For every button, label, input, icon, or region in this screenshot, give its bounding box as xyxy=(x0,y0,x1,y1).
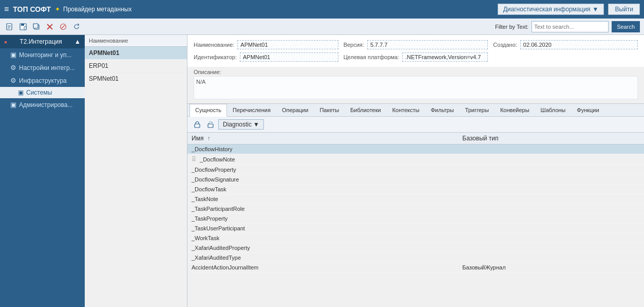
cell-name: _DocflowProperty xyxy=(187,165,458,175)
cell-name: ⠿ _DocflowNote xyxy=(187,154,458,165)
cell-name: _TaskUserParticipant xyxy=(187,224,458,233)
detail-panel: Наименование: APMNet01 Версия: 5.7.7.7 С… xyxy=(187,35,644,307)
cell-name: _TaskParticipantRole xyxy=(187,204,458,214)
settings-icon: ⚙ xyxy=(10,64,16,71)
main-layout: ● Т2.Интеграция ▲ ▣ Мониторинг и уп... ⚙… xyxy=(0,35,644,307)
cell-base-type xyxy=(458,204,644,214)
cell-name: _DocflowHistory xyxy=(187,145,458,154)
table-row[interactable]: _DocflowProperty xyxy=(187,165,644,175)
table-row[interactable]: AccidentActionJournalItem БазовыйЖурнал xyxy=(187,263,644,273)
diagnostic-dropdown-btn[interactable]: Диагностическая информация ▼ xyxy=(498,4,604,15)
table-row[interactable]: _DocflowTask xyxy=(187,185,644,194)
tab-pakety[interactable]: Пакеты xyxy=(314,104,345,116)
tab-triggery[interactable]: Триггеры xyxy=(460,104,495,116)
table-row[interactable]: ⠿ _DocflowNote xyxy=(187,154,644,165)
field-label-version: Версия: xyxy=(344,42,364,48)
field-value-name: APMNet01 xyxy=(237,40,338,49)
infrastructure-icon: ⚙ xyxy=(10,77,16,84)
cell-name: AccidentActionJournalItem xyxy=(187,263,458,273)
diagnostic-label: Диагностическая информация xyxy=(503,6,591,13)
col-name-label: Имя xyxy=(192,135,203,142)
sidebar: ● Т2.Интеграция ▲ ▣ Мониторинг и уп... ⚙… xyxy=(0,35,85,307)
cell-base-type xyxy=(458,224,644,233)
cancel-button[interactable] xyxy=(58,21,69,32)
list-item-erp01[interactable]: ERP01 xyxy=(85,60,187,73)
tab-sushchnost[interactable]: Сущность xyxy=(190,104,227,117)
cell-base-type xyxy=(458,145,644,154)
topbar-left: ≡ ТОП СОФТ ✦ Провайдер метаданных xyxy=(4,5,131,14)
list-panel: Наименование APMNet01 ERP01 SPMNet01 xyxy=(85,35,187,307)
monitoring-icon: ▣ xyxy=(10,51,16,59)
col-base-type: Базовый тип xyxy=(458,133,644,145)
field-row-platform: Целевая платформа: .NETFramework,Version… xyxy=(344,52,488,62)
sidebar-collapse-icon: ▲ xyxy=(74,38,81,45)
cell-name: _XafariAuditedType xyxy=(187,253,458,263)
entity-unlock-button[interactable] xyxy=(205,119,216,130)
new-button[interactable] xyxy=(4,21,15,32)
cell-base-type xyxy=(458,214,644,224)
description-value: N/A xyxy=(194,76,638,99)
col-name: Имя ↑ xyxy=(187,133,458,145)
cell-name: _WorkTask xyxy=(187,233,458,243)
filter-input[interactable] xyxy=(532,21,609,32)
table-row[interactable]: _DocflowHistory xyxy=(187,145,644,154)
field-label-id: Идентификатор: xyxy=(194,54,237,60)
hamburger-icon[interactable]: ≡ xyxy=(4,5,9,14)
list-panel-header: Наименование xyxy=(85,35,187,47)
app-title-text: Провайдер метаданных xyxy=(63,6,131,13)
sidebar-item-monitoring[interactable]: ▣ Мониторинг и уп... xyxy=(0,48,85,61)
sort-arrow-icon: ↑ xyxy=(207,135,210,142)
table-row[interactable]: _TaskProperty xyxy=(187,214,644,224)
svg-rect-13 xyxy=(195,124,200,128)
cell-name: _XafariAuditedProperty xyxy=(187,243,458,253)
diagnostic-subtoolbar-dropdown[interactable]: Diagnostic ▼ xyxy=(218,119,264,130)
cell-name: _TaskNote xyxy=(187,194,458,204)
copy-button[interactable] xyxy=(31,21,42,32)
cell-base-type xyxy=(458,165,644,175)
filter-area: Filter by Text: Search xyxy=(495,21,640,32)
entity-lock-button[interactable] xyxy=(192,119,203,130)
tab-filtry[interactable]: Фильтры xyxy=(425,104,460,116)
sidebar-item-infrastructure[interactable]: ⚙ Инфраструктура xyxy=(0,74,85,87)
drag-handle-icon: ⠿ xyxy=(192,156,198,163)
tab-operatsii[interactable]: Операции xyxy=(276,104,314,116)
diagnostic-dropdown-arrow-icon: ▼ xyxy=(253,121,259,128)
field-row-created: Создано: 02.06.2020 xyxy=(493,40,638,49)
list-item-apmnet01[interactable]: APMNet01 xyxy=(85,47,187,60)
field-label-created: Создано: xyxy=(493,42,517,48)
sidebar-section-t2[interactable]: ● Т2.Интеграция ▲ xyxy=(0,35,85,48)
refresh-button[interactable] xyxy=(71,21,82,32)
tab-shablony[interactable]: Шаблоны xyxy=(535,104,572,116)
admin-icon: ▣ xyxy=(10,101,16,109)
table-row[interactable]: _TaskParticipantRole xyxy=(187,204,644,214)
sidebar-item-settings[interactable]: ⚙ Настройки интегр... xyxy=(0,61,85,74)
list-item-spmnet01[interactable]: SPMNet01 xyxy=(85,73,187,85)
sidebar-item-systems[interactable]: ▣ Системы xyxy=(0,87,85,98)
sidebar-item-admin[interactable]: ▣ Администрирова... xyxy=(0,98,85,111)
sidebar-item-settings-label: Настройки интегр... xyxy=(19,64,75,71)
save-button[interactable] xyxy=(17,21,29,32)
field-row-version: Версия: 5.7.7.7 xyxy=(344,40,488,49)
tab-konteksty[interactable]: Контексты xyxy=(387,104,425,116)
tab-konveyery[interactable]: Конвейеры xyxy=(495,104,535,116)
detail-fields: Наименование: APMNet01 Версия: 5.7.7.7 С… xyxy=(187,35,644,67)
search-button[interactable]: Search xyxy=(612,21,640,32)
table-row[interactable]: _TaskUserParticipant xyxy=(187,224,644,233)
tab-biblioteki[interactable]: Библиотеки xyxy=(345,104,387,116)
svg-rect-8 xyxy=(33,24,38,28)
table-row[interactable]: _XafariAuditedType xyxy=(187,253,644,263)
diagnostic-dropdown-label: Diagnostic xyxy=(223,121,252,128)
logout-button[interactable]: Выйти xyxy=(608,4,640,15)
table-row[interactable]: _WorkTask xyxy=(187,233,644,243)
tab-perechisleniya[interactable]: Перечисления xyxy=(227,104,276,116)
table-row[interactable]: _DocflowSignature xyxy=(187,175,644,185)
delete-button[interactable] xyxy=(44,21,55,32)
table-row[interactable]: _XafariAuditedProperty xyxy=(187,243,644,253)
description-area: Описание: N/A xyxy=(187,67,644,103)
svg-rect-6 xyxy=(24,27,26,30)
svg-rect-14 xyxy=(208,124,213,128)
table-row[interactable]: _TaskNote xyxy=(187,194,644,204)
cell-name: _DocflowSignature xyxy=(187,175,458,185)
tab-funktsii[interactable]: Функции xyxy=(571,104,604,116)
title-star-icon: ✦ xyxy=(55,6,60,13)
